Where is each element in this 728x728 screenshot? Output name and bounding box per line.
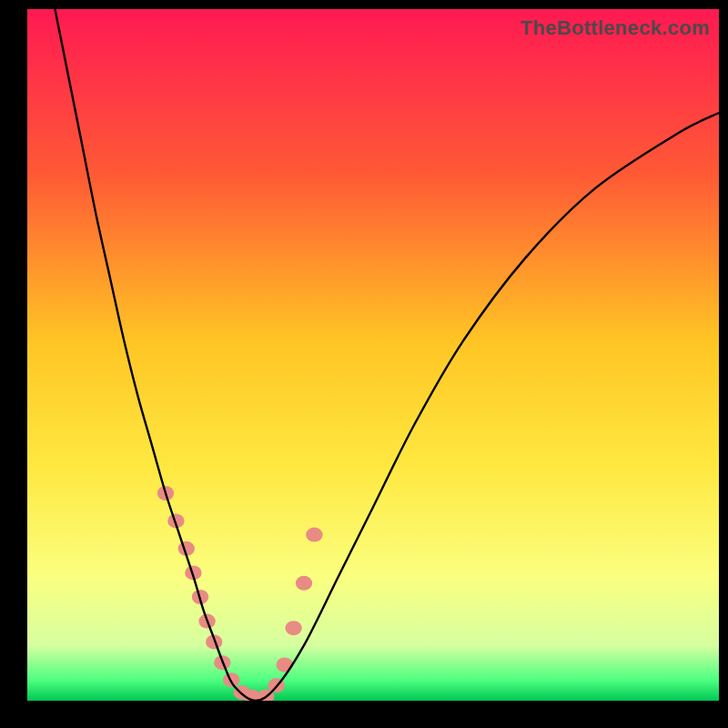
watermark-text: TheBottleneck.com <box>521 16 710 40</box>
highlight-dot <box>285 621 301 635</box>
chart-svg <box>27 9 719 701</box>
marker-layer <box>157 486 323 701</box>
chart-frame: TheBottleneck.com <box>27 9 719 701</box>
bottleneck-curve <box>55 9 719 701</box>
highlight-dot <box>296 576 312 591</box>
highlight-dot <box>306 528 322 542</box>
highlight-dot <box>277 657 293 672</box>
